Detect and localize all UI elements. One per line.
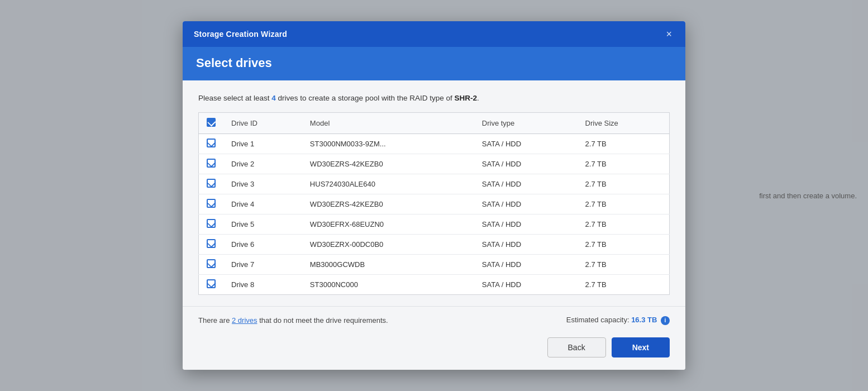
drive-id-cell: Drive 1 — [223, 134, 302, 154]
drive-id-cell: Drive 4 — [223, 194, 302, 214]
header-checkbox-cell[interactable] — [199, 113, 224, 134]
row-checkbox-cell-3[interactable] — [199, 174, 224, 194]
drive-id-cell: Drive 6 — [223, 235, 302, 255]
dialog-body: Please select at least 4 drives to creat… — [183, 80, 685, 306]
row-checkbox-1[interactable] — [207, 139, 216, 147]
select-all-checkbox[interactable] — [207, 118, 216, 127]
raid-type-label: SHR-2 — [455, 94, 478, 102]
drive-model-cell: WD30EZRX-00DC0B0 — [302, 235, 474, 255]
instruction-prefix: Please select at least — [198, 94, 271, 102]
drive-model-cell: ST3000NC000 — [302, 275, 474, 295]
capacity-value: 16.3 TB — [631, 316, 657, 324]
next-button[interactable]: Next — [612, 337, 670, 357]
drive-model-cell: WD30EFRX-68EUZN0 — [302, 214, 474, 235]
table-header-row: Drive ID Model Drive type Drive Size — [199, 113, 670, 134]
table-row[interactable]: Drive 7MB3000GCWDBSATA / HDD2.7 TB — [199, 255, 670, 275]
drives-link[interactable]: 2 drives — [232, 316, 257, 325]
button-group: Back Next — [183, 337, 685, 370]
close-button[interactable]: × — [664, 29, 674, 39]
row-checkbox-7[interactable] — [207, 259, 216, 268]
warning-prefix: There are — [198, 316, 232, 325]
instruction-suffix: . — [477, 94, 479, 102]
drive-model-cell: HUS724030ALE640 — [302, 174, 474, 194]
col-header-drive-size: Drive Size — [578, 113, 670, 134]
dialog-header: Storage Creation Wizard × — [183, 21, 685, 47]
row-checkbox-6[interactable] — [207, 239, 216, 248]
row-checkbox-3[interactable] — [207, 179, 216, 188]
drive-model-cell: MB3000GCWDB — [302, 255, 474, 275]
drive-type-cell: SATA / HDD — [474, 154, 578, 174]
instruction-middle: drives to create a storage pool with the… — [276, 94, 455, 102]
row-checkbox-cell-5[interactable] — [199, 214, 224, 235]
row-checkbox-cell-7[interactable] — [199, 255, 224, 275]
drive-size-cell: 2.7 TB — [578, 134, 670, 154]
drive-id-cell: Drive 5 — [223, 214, 302, 235]
table-row[interactable]: Drive 1ST3000NM0033-9ZM...SATA / HDD2.7 … — [199, 134, 670, 154]
drive-size-cell: 2.7 TB — [578, 255, 670, 275]
footer-bar: There are 2 drives that do not meet the … — [183, 306, 685, 337]
table-row[interactable]: Drive 6WD30EZRX-00DC0B0SATA / HDD2.7 TB — [199, 235, 670, 255]
warning-suffix: that do not meet the drive requirements. — [257, 316, 388, 325]
row-checkbox-cell-4[interactable] — [199, 194, 224, 214]
drive-type-cell: SATA / HDD — [474, 134, 578, 154]
drive-size-cell: 2.7 TB — [578, 194, 670, 214]
col-header-model: Model — [302, 113, 474, 134]
footer-warning: There are 2 drives that do not meet the … — [198, 316, 388, 325]
row-checkbox-8[interactable] — [207, 279, 216, 288]
drive-id-cell: Drive 8 — [223, 275, 302, 295]
row-checkbox-cell-8[interactable] — [199, 275, 224, 295]
row-checkbox-cell-1[interactable] — [199, 134, 224, 154]
row-checkbox-cell-6[interactable] — [199, 235, 224, 255]
drive-size-cell: 2.7 TB — [578, 275, 670, 295]
storage-creation-wizard-dialog: Storage Creation Wizard × Select drives … — [183, 21, 685, 370]
row-checkbox-5[interactable] — [207, 219, 216, 228]
table-row[interactable]: Drive 3HUS724030ALE640SATA / HDD2.7 TB — [199, 174, 670, 194]
back-button[interactable]: Back — [547, 337, 606, 357]
table-row[interactable]: Drive 4WD30EZRS-42KEZB0SATA / HDD2.7 TB — [199, 194, 670, 214]
drive-type-cell: SATA / HDD — [474, 174, 578, 194]
drive-type-cell: SATA / HDD — [474, 235, 578, 255]
drive-model-cell: ST3000NM0033-9ZM... — [302, 134, 474, 154]
col-header-drive-type: Drive type — [474, 113, 578, 134]
drive-size-cell: 2.7 TB — [578, 214, 670, 235]
table-row[interactable]: Drive 8ST3000NC000SATA / HDD2.7 TB — [199, 275, 670, 295]
side-note-text: first and then create a volume. — [759, 192, 868, 200]
section-title: Select drives — [196, 56, 272, 70]
drive-size-cell: 2.7 TB — [578, 235, 670, 255]
drive-id-cell: Drive 3 — [223, 174, 302, 194]
col-header-drive-id: Drive ID — [223, 113, 302, 134]
drives-table: Drive ID Model Drive type Drive Size Dri… — [198, 112, 670, 295]
row-checkbox-cell-2[interactable] — [199, 154, 224, 174]
instruction-text: Please select at least 4 drives to creat… — [198, 94, 670, 102]
drive-size-cell: 2.7 TB — [578, 174, 670, 194]
drive-id-cell: Drive 7 — [223, 255, 302, 275]
drive-type-cell: SATA / HDD — [474, 214, 578, 235]
row-checkbox-2[interactable] — [207, 159, 216, 168]
table-row[interactable]: Drive 2WD30EZRS-42KEZB0SATA / HDD2.7 TB — [199, 154, 670, 174]
footer-capacity: Estimated capacity: 16.3 TB i — [566, 316, 670, 325]
drive-type-cell: SATA / HDD — [474, 194, 578, 214]
drive-model-cell: WD30EZRS-42KEZB0 — [302, 194, 474, 214]
capacity-info-icon[interactable]: i — [661, 316, 670, 325]
drive-type-cell: SATA / HDD — [474, 255, 578, 275]
row-checkbox-4[interactable] — [207, 199, 216, 208]
drive-type-cell: SATA / HDD — [474, 275, 578, 295]
capacity-prefix: Estimated capacity: — [566, 316, 631, 324]
dialog-title: Storage Creation Wizard — [194, 30, 287, 39]
drive-id-cell: Drive 2 — [223, 154, 302, 174]
min-drives-number: 4 — [271, 94, 276, 102]
section-title-bar: Select drives — [183, 47, 685, 80]
table-row[interactable]: Drive 5WD30EFRX-68EUZN0SATA / HDD2.7 TB — [199, 214, 670, 235]
drive-size-cell: 2.7 TB — [578, 154, 670, 174]
drive-model-cell: WD30EZRS-42KEZB0 — [302, 154, 474, 174]
